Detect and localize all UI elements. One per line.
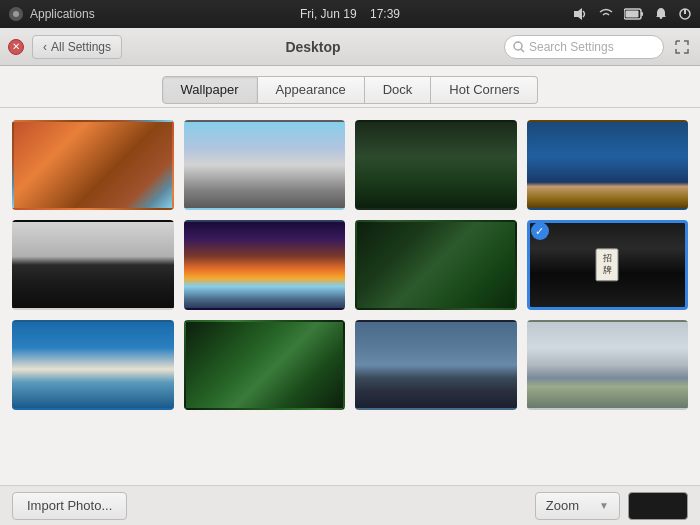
expand-icon	[675, 40, 689, 54]
titlebar: ✕ ‹ All Settings Desktop Search Settings	[0, 28, 700, 66]
wallpaper-thumb-ferns	[355, 220, 517, 310]
topbar-datetime: Fri, Jun 19 17:39	[300, 7, 400, 21]
search-placeholder: Search Settings	[529, 40, 614, 54]
wallpaper-item-forest-dark[interactable]	[355, 120, 517, 210]
wallpaper-item-pine-close[interactable]	[184, 320, 346, 410]
svg-rect-5	[626, 11, 639, 18]
tab-dock[interactable]: Dock	[365, 76, 432, 104]
wallpaper-item-mountains-sunset[interactable]	[184, 220, 346, 310]
wallpaper-thumb-ocean-dock	[527, 120, 689, 210]
wallpaper-thumb-mountains-snow	[184, 120, 346, 210]
wallpaper-thumb-canyon	[12, 120, 174, 210]
import-photo-button[interactable]: Import Photo...	[12, 492, 127, 520]
wallpaper-thumb-forest-dark	[355, 120, 517, 210]
back-chevron-icon: ‹	[43, 40, 47, 54]
topbar-right	[572, 6, 692, 22]
wallpaper-item-ocean-waves[interactable]	[12, 320, 174, 410]
color-swatch[interactable]	[628, 492, 688, 520]
tab-bar: Wallpaper Appearance Dock Hot Corners	[0, 66, 700, 108]
tab-hot-corners[interactable]: Hot Corners	[431, 76, 538, 104]
zoom-dropdown[interactable]: Zoom ▼	[535, 492, 620, 520]
notification-icon[interactable]	[654, 7, 668, 21]
wallpaper-thumb-pine-close	[184, 320, 346, 410]
volume-icon[interactable]	[572, 6, 588, 22]
topbar-date: Fri, Jun 19	[300, 7, 357, 21]
svg-marker-2	[574, 8, 582, 20]
wallpaper-item-ferns[interactable]	[355, 220, 517, 310]
battery-icon[interactable]	[624, 8, 644, 20]
wallpaper-item-ocean-dock[interactable]	[527, 120, 689, 210]
wallpaper-thumb-ocean-waves	[12, 320, 174, 410]
wallpaper-item-mountains-snow[interactable]	[184, 120, 346, 210]
app-label[interactable]: Applications	[30, 7, 95, 21]
tab-appearance[interactable]: Appearance	[258, 76, 365, 104]
titlebar-nav: ‹ All Settings	[32, 35, 122, 59]
wallpaper-item-mountain-bird[interactable]	[12, 220, 174, 310]
window-title: Desktop	[130, 39, 496, 55]
wallpaper-thumb-mountain-bird	[12, 220, 174, 310]
topbar-left: Applications	[8, 6, 95, 22]
bottom-right: Zoom ▼	[535, 492, 688, 520]
wallpaper-item-dark-room[interactable]: 招牌	[527, 220, 689, 310]
close-button[interactable]: ✕	[8, 39, 24, 55]
back-button[interactable]: ‹ All Settings	[32, 35, 122, 59]
topbar-time: 17:39	[370, 7, 400, 21]
expand-button[interactable]	[672, 37, 692, 57]
bottom-bar: Import Photo... Zoom ▼	[0, 485, 700, 525]
zoom-label: Zoom	[546, 498, 579, 513]
network-icon[interactable]	[598, 6, 614, 22]
wallpaper-item-coastal[interactable]	[527, 320, 689, 410]
svg-point-8	[514, 42, 522, 50]
wallpaper-grid: 招牌	[12, 120, 688, 410]
svg-rect-4	[641, 12, 643, 16]
search-box[interactable]: Search Settings	[504, 35, 664, 59]
zoom-chevron-icon: ▼	[599, 500, 609, 511]
wallpaper-item-canyon[interactable]	[12, 120, 174, 210]
tab-wallpaper[interactable]: Wallpaper	[162, 76, 258, 104]
svg-line-9	[521, 49, 524, 52]
wallpaper-item-aerial-road[interactable]	[355, 320, 517, 410]
settings-window: ✕ ‹ All Settings Desktop Search Settings…	[0, 28, 700, 525]
svg-point-1	[13, 11, 19, 17]
system-menu-icon[interactable]	[8, 6, 24, 22]
wallpaper-thumb-dark-room: 招牌	[527, 220, 689, 310]
power-icon[interactable]	[678, 7, 692, 21]
wallpaper-thumb-aerial-road	[355, 320, 517, 410]
wallpaper-area: 招牌	[0, 108, 700, 485]
back-label: All Settings	[51, 40, 111, 54]
search-icon	[513, 41, 525, 53]
wallpaper-thumb-mountains-sunset	[184, 220, 346, 310]
wallpaper-thumb-coastal	[527, 320, 689, 410]
system-topbar: Applications Fri, Jun 19 17:39	[0, 0, 700, 28]
